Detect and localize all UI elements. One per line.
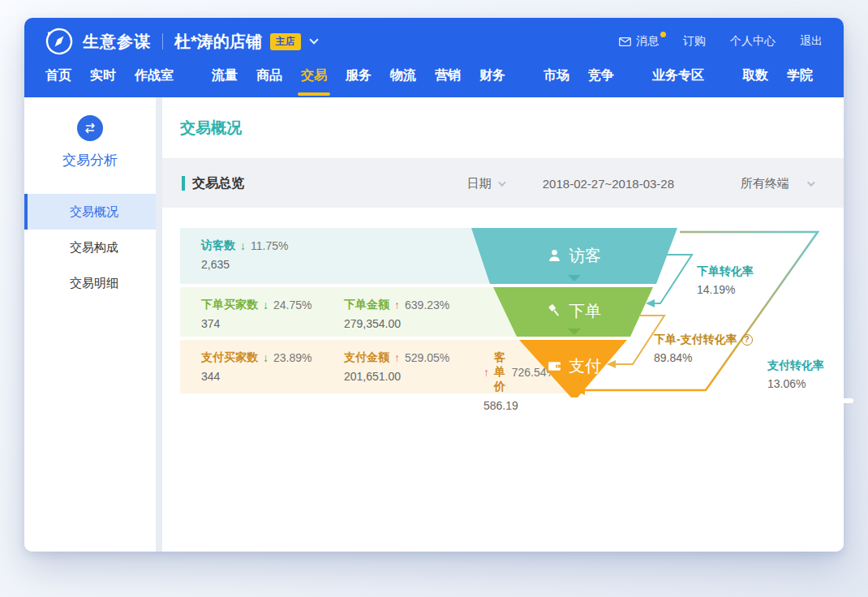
nav-item-traffic[interactable]: 流量	[212, 57, 238, 97]
nav-item-marketing[interactable]: 营销	[435, 57, 461, 97]
app-header: 生意参谋 杜*涛的店铺 主店 消息 订购 个人中心 退出	[24, 18, 844, 97]
nav-item-academy[interactable]: 学院	[787, 57, 813, 97]
background-dash	[829, 398, 853, 403]
funnel-chart: 访客数 ↓ 11.75% 2,635 下单买家数	[180, 225, 822, 414]
conversion-order-rate: 下单转化率 14.19%	[697, 264, 754, 296]
conversion-value: 13.06%	[767, 377, 824, 390]
sidebar-item-transaction-overview[interactable]: 交易概况	[24, 194, 156, 230]
nav-item-data-extract[interactable]: 取数	[742, 57, 768, 97]
nav-item-product[interactable]: 商品	[256, 57, 282, 97]
funnel-shape	[180, 225, 822, 414]
funnel-stage-visitor: 访客	[548, 245, 601, 267]
sidebar-section-title: 交易分析	[24, 151, 156, 170]
envelope-icon	[619, 37, 631, 46]
nav-item-home[interactable]: 首页	[45, 57, 71, 97]
app-window: 生意参谋 杜*涛的店铺 主店 消息 订购 个人中心 退出	[24, 18, 844, 552]
main-content: 交易概况 交易总览 日期 2018-02-27~2018-03-28 所有终端	[162, 97, 844, 552]
shop-name: 杜*涛的店铺	[174, 31, 262, 53]
conversion-payment-rate: 支付转化率 13.06%	[767, 359, 824, 390]
date-filter-dropdown[interactable]: 日期	[467, 176, 504, 191]
funnel-stage-payment: 支付	[548, 355, 601, 377]
nav-item-business-zone[interactable]: 业务专区	[652, 57, 704, 97]
notification-dot	[660, 32, 666, 37]
terminal-filter-dropdown[interactable]: 所有终端	[741, 176, 813, 191]
conversion-value: 89.84%	[654, 351, 753, 364]
date-range-value[interactable]: 2018-02-27~2018-03-28	[543, 177, 674, 191]
nav-item-market[interactable]: 市场	[544, 57, 569, 97]
conversion-label: 下单-支付转化率	[654, 333, 737, 346]
wallet-icon	[548, 359, 561, 373]
terminal-filter-label: 所有终端	[741, 176, 789, 191]
funnel-stage-order: 下单	[548, 300, 601, 322]
shop-badge: 主店	[270, 33, 301, 50]
conversion-label: 下单转化率	[697, 264, 754, 279]
gavel-icon	[548, 304, 561, 318]
conversion-label: 支付转化率	[767, 359, 824, 373]
nav-item-finance[interactable]: 财务	[479, 57, 505, 97]
sidebar-item-transaction-composition[interactable]: 交易构成	[24, 230, 156, 265]
profile-link[interactable]: 个人中心	[730, 34, 776, 49]
nav-item-logistics[interactable]: 物流	[390, 57, 416, 97]
nav-item-realtime[interactable]: 实时	[90, 57, 116, 97]
nav-item-service[interactable]: 服务	[346, 57, 372, 97]
section-title: 交易总览	[192, 175, 244, 192]
conversion-value: 14.19%	[697, 283, 754, 296]
stage-name: 访客	[569, 245, 601, 267]
header-divider	[162, 33, 163, 49]
sidebar-item-transaction-detail[interactable]: 交易明细	[24, 265, 156, 301]
page-title: 交易概况	[180, 118, 242, 139]
section-marker	[182, 176, 185, 191]
brand-name: 生意参谋	[83, 31, 151, 53]
messages-label: 消息	[636, 34, 659, 49]
date-filter-label: 日期	[467, 176, 492, 191]
filter-bar: 交易总览 日期 2018-02-27~2018-03-28 所有终端	[162, 159, 844, 208]
shop-chevron-down-icon[interactable]	[309, 35, 318, 44]
conversion-order-payment-rate: 下单-支付转化率? 89.84%	[654, 333, 753, 364]
stage-name: 下单	[569, 300, 601, 322]
nav-item-competition[interactable]: 竞争	[588, 57, 614, 97]
nav-item-war-room[interactable]: 作战室	[135, 57, 174, 97]
person-icon	[548, 249, 561, 263]
help-icon[interactable]: ?	[741, 334, 753, 346]
chevron-down-icon	[807, 178, 815, 187]
stage-name: 支付	[569, 355, 601, 377]
transaction-analysis-icon	[77, 115, 103, 141]
subscribe-link[interactable]: 订购	[683, 34, 706, 49]
main-nav: 首页 实时 作战室 流量 商品 交易 服务 物流 营销 财务 市场 竞争 业务专…	[24, 57, 844, 97]
chevron-down-icon	[498, 178, 506, 187]
sidebar: 交易分析 交易概况 交易构成 交易明细	[24, 97, 156, 552]
messages-link[interactable]: 消息	[619, 34, 659, 49]
brand-logo-icon	[45, 28, 73, 55]
logout-link[interactable]: 退出	[800, 34, 823, 49]
nav-item-transaction[interactable]: 交易	[301, 57, 327, 97]
